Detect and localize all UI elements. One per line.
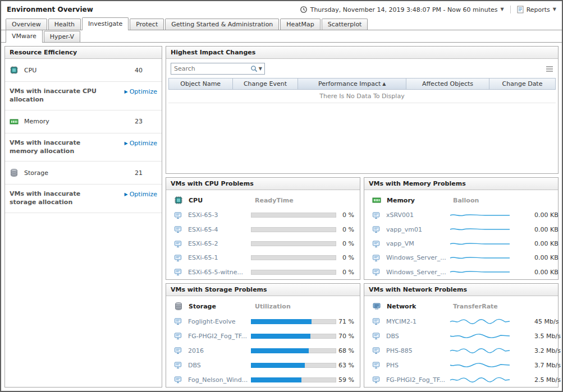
readytime-value: 0 %: [342, 211, 354, 219]
utilization-value: 63 %: [338, 362, 354, 369]
vm-name[interactable]: Fog_Nelson_Wind...: [188, 376, 251, 384]
vm-name[interactable]: 2016: [188, 347, 251, 354]
column-header-change-event[interactable]: Change Event: [233, 79, 299, 89]
time-range-selector[interactable]: Thursday, November 14, 2019 3:48:07 PM -…: [300, 6, 504, 13]
table-header-row: Object Name Change Event Performance Imp…: [168, 78, 556, 90]
vm-icon: [372, 347, 381, 354]
table-row[interactable]: ESXi-65-4 0 %: [166, 222, 360, 236]
cpu-allocation-row: VMs with inaccurate CPU allocation ▶Opti…: [5, 82, 162, 110]
tab-protect[interactable]: Protect: [130, 19, 164, 30]
table-row[interactable]: DBS 63 %: [166, 358, 360, 372]
tab-scatterplot[interactable]: Scatterplot: [322, 19, 368, 30]
table-row[interactable]: 2016 68 %: [166, 343, 360, 358]
storage-optimize-link[interactable]: ▶Optimize: [125, 191, 157, 207]
tab-health[interactable]: Health: [48, 19, 81, 30]
vm-name[interactable]: ESXi-65-4: [188, 226, 251, 233]
vm-name[interactable]: PHS: [386, 362, 449, 369]
tab-overview[interactable]: Overview: [6, 19, 47, 30]
vm-name[interactable]: PHS-885: [386, 347, 449, 354]
vm-name[interactable]: Foglight-Evolve: [188, 318, 251, 325]
tab-vmware[interactable]: VMware: [6, 30, 43, 43]
table-row[interactable]: ESXi-65-2 0 %: [166, 237, 360, 251]
tab-investigate[interactable]: Investigate: [82, 17, 129, 30]
vm-name[interactable]: DBS: [188, 362, 251, 369]
value-column-label: Utilization: [255, 303, 291, 310]
vm-name[interactable]: xSRV001: [386, 211, 449, 219]
readytime-value: 0 %: [342, 226, 354, 233]
tab-getting-started[interactable]: Getting Started & Administration: [165, 19, 279, 30]
balloon-value: 0.00 KB: [534, 211, 559, 219]
vm-name[interactable]: ESXi-65-2: [188, 240, 251, 247]
table-row[interactable]: Foglight-Evolve 71 %: [166, 314, 360, 329]
panel-title: VMs with CPU Problems: [166, 178, 360, 190]
vm-icon: [174, 225, 183, 233]
resource-efficiency-panel: Resource Efficiency CPU 40 VMs with inac…: [4, 46, 162, 388]
table-row[interactable]: PHS-885 3.2 Mb/s: [364, 343, 558, 358]
balloon-value: 0.00 KB: [534, 269, 559, 276]
search-button[interactable]: ▼: [248, 63, 264, 74]
chevron-down-icon: ▼: [553, 7, 556, 12]
divider: [510, 6, 511, 13]
table-row[interactable]: ESXi-65-5-witne... 0 %: [166, 265, 360, 279]
table-row[interactable]: xSRV001 0.00 KB: [364, 208, 558, 222]
table-row[interactable]: MYCIM2-1 45 Mb/s: [364, 314, 558, 329]
utilization-value: 59 %: [338, 376, 354, 384]
cpu-problems-subheader: CPU ReadyTime: [166, 190, 360, 208]
vm-icon: [174, 317, 183, 325]
table-row[interactable]: Fog_Nelson_Wind... 59 %: [166, 372, 360, 387]
main-tab-bar: Overview Health Investigate Protect Gett…: [1, 18, 562, 30]
memory-optimize-link[interactable]: ▶Optimize: [125, 140, 157, 156]
table-row[interactable]: vapp_vm01 0.00 KB: [364, 222, 558, 236]
vm-icon: [372, 268, 381, 276]
table-row[interactable]: Windows_Server_... 0.00 KB: [364, 265, 558, 279]
balloon-sparkline: [449, 225, 534, 234]
vm-name[interactable]: Windows_Server_...: [386, 269, 449, 276]
vm-name[interactable]: ESXi-65-5-witne...: [188, 269, 251, 276]
memory-metric-row[interactable]: Memory 23: [5, 110, 162, 133]
tab-heatmap[interactable]: HeatMap: [280, 19, 320, 30]
table-row[interactable]: DBS 3.5 Mb/s: [364, 329, 558, 343]
vm-icon: [174, 240, 183, 248]
storage-label: Storage: [24, 169, 48, 177]
balloon-value: 0.00 KB: [534, 226, 559, 233]
table-row[interactable]: FG-PHGI2_Fog_TF... 2.5 Mb/s: [364, 372, 558, 387]
panel-title: Highest Impact Changes: [166, 47, 558, 59]
table-row[interactable]: Windows_Server_... 0.00 KB: [364, 251, 558, 265]
readytime-value: 0 %: [342, 254, 354, 261]
vm-name[interactable]: ESXi-65-1: [188, 254, 251, 261]
vm-name[interactable]: ESXi-65-3: [188, 211, 251, 219]
reports-button[interactable]: Reports ▼: [517, 6, 556, 13]
vm-name[interactable]: FG-PHGI2_Fog_TF...: [386, 376, 449, 384]
table-row[interactable]: PHS 3.7 Mb/s: [364, 358, 558, 372]
time-range-label: Thursday, November 14, 2019 3:48:07 PM -…: [310, 6, 498, 13]
table-row[interactable]: ESXi-65-1 0 %: [166, 251, 360, 265]
vm-name[interactable]: vapp_VM: [386, 240, 449, 247]
readytime-value: 0 %: [342, 269, 354, 276]
transfer-rate-value: 3.2 Mb/s: [534, 347, 561, 354]
sub-tab-bar: VMware Hyper-V: [1, 30, 562, 43]
vm-name[interactable]: FG-PHGI2_Fog_TF...: [188, 333, 251, 340]
cpu-metric-row[interactable]: CPU 40: [5, 59, 162, 82]
column-header-affected-objects[interactable]: Affected Objects: [406, 79, 489, 89]
column-header-change-date[interactable]: Change Date: [489, 79, 555, 89]
table-row[interactable]: ESXi-65-3 0 %: [166, 208, 360, 222]
vm-name[interactable]: vapp_vm01: [386, 226, 449, 233]
table-row[interactable]: vapp_VM 0.00 KB: [364, 237, 558, 251]
table-customizer-icon[interactable]: [546, 66, 553, 72]
storage-metric-row[interactable]: Storage 21: [5, 162, 162, 185]
memory-icon: [372, 196, 382, 205]
tab-hyperv[interactable]: Hyper-V: [44, 31, 80, 42]
cpu-problems-panel: VMs with CPU Problems CPU ReadyTime ESXi…: [166, 177, 360, 280]
balloon-sparkline: [449, 211, 534, 220]
cpu-optimize-link[interactable]: ▶Optimize: [125, 88, 157, 104]
vm-name[interactable]: MYCIM2-1: [386, 318, 449, 325]
column-header-performance-impact[interactable]: Performance Impact▲: [298, 79, 406, 89]
top-bar: Environment Overview Thursday, November …: [1, 1, 562, 18]
balloon-value: 0.00 KB: [534, 254, 559, 261]
vm-name[interactable]: Windows_Server_...: [386, 254, 449, 261]
cpu-label: CPU: [24, 67, 36, 74]
column-header-object-name[interactable]: Object Name: [169, 79, 233, 89]
vm-name[interactable]: DBS: [386, 333, 449, 340]
table-row[interactable]: FG-PHGI2_Fog_TF... 70 %: [166, 329, 360, 343]
search-input[interactable]: [171, 65, 248, 72]
